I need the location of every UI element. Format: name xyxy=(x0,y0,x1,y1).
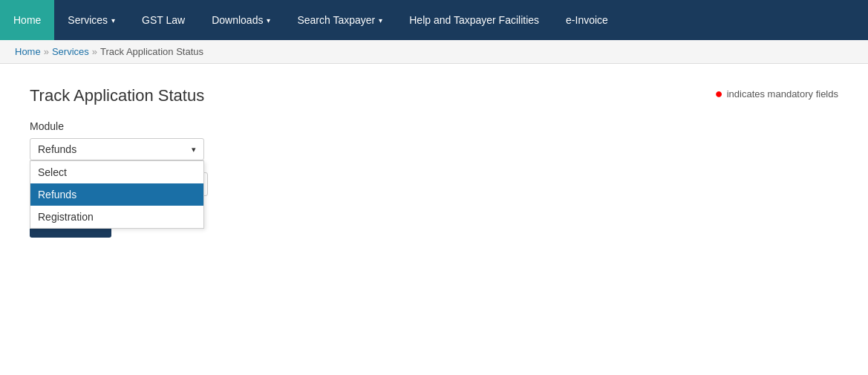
module-dropdown-list: Select Refunds Registration xyxy=(30,160,204,229)
mandatory-note: ● indicates mandatory fields xyxy=(715,86,838,102)
breadcrumb-current: Track Application Status xyxy=(100,46,203,57)
chevron-down-icon: ▾ xyxy=(192,145,196,154)
nav-item-home[interactable]: Home xyxy=(0,0,54,40)
nav-item-services[interactable]: Services ▾ xyxy=(54,0,128,40)
chevron-down-icon: ▾ xyxy=(267,16,270,25)
nav-item-gst-law[interactable]: GST Law xyxy=(128,0,198,40)
breadcrumb-separator-1: » xyxy=(44,46,49,57)
module-form-group: Module Refunds ▾ Select Refunds Registra… xyxy=(30,120,838,238)
nav-e-invoice-label: e-Invoice xyxy=(566,14,608,26)
breadcrumb: Home » Services » Track Application Stat… xyxy=(0,40,868,64)
breadcrumb-services-link[interactable]: Services xyxy=(52,46,89,57)
chevron-down-icon: ▾ xyxy=(111,16,115,25)
nav-search-taxpayer-label: Search Taxpayer xyxy=(297,14,375,26)
chevron-down-icon: ▾ xyxy=(379,16,382,25)
module-label: Module xyxy=(30,120,838,132)
nav-item-downloads[interactable]: Downloads ▾ xyxy=(198,0,284,40)
nav-services-label: Services xyxy=(68,14,108,26)
nav-gst-law-label: GST Law xyxy=(142,14,185,26)
dropdown-option-refunds[interactable]: Refunds xyxy=(30,183,203,206)
mandatory-dot-icon: ● xyxy=(715,86,723,102)
nav-item-search-taxpayer[interactable]: Search Taxpayer ▾ xyxy=(284,0,396,40)
breadcrumb-home-link[interactable]: Home xyxy=(15,46,41,57)
nav-item-help-taxpayer[interactable]: Help and Taxpayer Facilities xyxy=(396,0,552,40)
module-select-wrapper: Refunds ▾ Select Refunds Registration xyxy=(30,138,204,160)
nav-help-taxpayer-label: Help and Taxpayer Facilities xyxy=(409,14,539,26)
dropdown-option-select[interactable]: Select xyxy=(30,161,203,183)
breadcrumb-separator-2: » xyxy=(92,46,97,57)
main-content: Track Application Status ● indicates man… xyxy=(0,64,868,272)
nav-item-e-invoice[interactable]: e-Invoice xyxy=(552,0,621,40)
nav-downloads-label: Downloads xyxy=(212,14,263,26)
module-selected-value: Refunds xyxy=(38,143,76,155)
mandatory-note-text: indicates mandatory fields xyxy=(727,88,838,100)
main-navigation: Home Services ▾ GST Law Downloads ▾ Sear… xyxy=(0,0,868,40)
dropdown-option-registration[interactable]: Registration xyxy=(30,206,203,228)
module-select-display[interactable]: Refunds ▾ xyxy=(30,138,204,160)
nav-home-label: Home xyxy=(13,14,41,26)
